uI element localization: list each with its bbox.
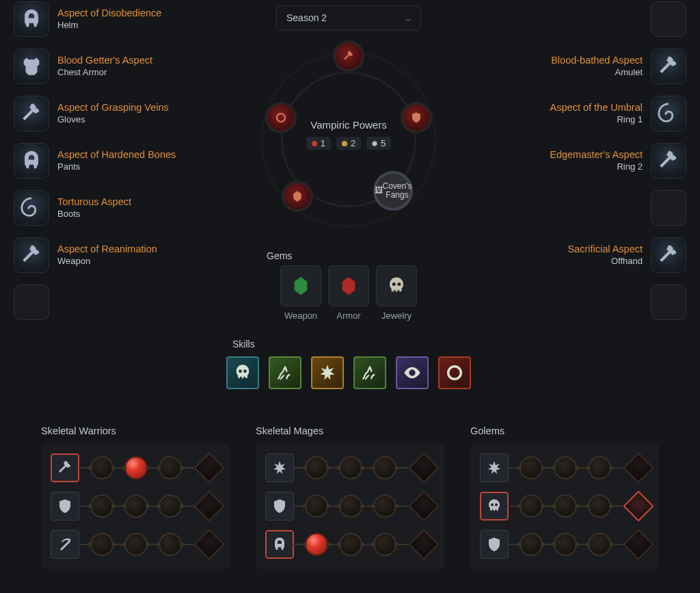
upgrade-orb[interactable] <box>124 456 148 479</box>
upgrade-orb[interactable] <box>305 495 328 518</box>
upgrade-orb[interactable] <box>90 533 113 556</box>
upgrade-orb[interactable] <box>90 495 113 518</box>
sacrifice-diamond[interactable] <box>408 452 439 483</box>
army-type-icon[interactable] <box>265 453 294 482</box>
sacrifice-diamond[interactable] <box>408 529 439 559</box>
upgrade-orb[interactable] <box>339 533 362 556</box>
vampiric-power-3[interactable] <box>401 102 432 133</box>
upgrade-orb[interactable] <box>124 533 148 556</box>
sacrifice-diamond[interactable] <box>408 490 439 521</box>
slot-name: Ring 1 <box>617 114 643 126</box>
slot-name: Gloves <box>57 114 169 126</box>
gear-slot-left-3[interactable]: Aspect of Hardened BonesPants <box>14 142 226 180</box>
army-title: Skeletal Warriors <box>41 425 230 436</box>
upgrade-orb[interactable] <box>373 456 396 479</box>
army-type-icon[interactable] <box>480 530 509 559</box>
gear-slot-left-4[interactable]: Torturous AspectBoots <box>14 189 226 227</box>
sacrifice-diamond[interactable] <box>193 452 224 483</box>
vampiric-stat: 1 <box>306 137 331 150</box>
sacrifice-diamond[interactable] <box>193 490 224 521</box>
upgrade-orb[interactable] <box>305 456 328 479</box>
army-title: Skeletal Mages <box>256 425 444 436</box>
vampiric-title: Vampiric Powers <box>226 119 472 131</box>
gear-slot-left-5[interactable]: Aspect of ReanimationWeapon <box>14 236 226 274</box>
chevron-down-icon: ⌵ <box>405 12 411 23</box>
gem-slot-weapon[interactable]: Weapon <box>280 265 321 321</box>
sacrifice-diamond[interactable] <box>623 529 654 559</box>
upgrade-orb[interactable] <box>339 495 362 518</box>
skills-section: Skills <box>226 339 472 389</box>
upgrade-orb[interactable] <box>373 495 396 518</box>
upgrade-orb[interactable] <box>588 533 611 556</box>
skills-title: Skills <box>232 339 472 350</box>
gem-slot-jewelry[interactable]: Jewelry <box>376 265 417 321</box>
army-type-icon[interactable] <box>265 530 294 559</box>
skill-slot-5[interactable] <box>438 356 471 389</box>
vampiric-power-4[interactable] <box>282 181 313 212</box>
gear-slot-right-2[interactable]: Aspect of the UmbralRing 1 <box>474 94 686 133</box>
skill-slot-3[interactable] <box>353 356 386 389</box>
upgrade-orb[interactable] <box>339 456 362 479</box>
gear-slot-right-4[interactable] <box>474 189 686 227</box>
army-row <box>265 490 435 523</box>
sacrifice-diamond[interactable] <box>623 452 654 483</box>
upgrade-orb[interactable] <box>554 495 577 518</box>
gear-left-column: Aspect of DisobedienceHelmBlood Getter's… <box>14 0 226 330</box>
sacrifice-diamond[interactable] <box>193 529 224 559</box>
gear-slot-right-0[interactable] <box>474 0 686 38</box>
army-type-icon[interactable] <box>480 492 509 520</box>
slot-name: Weapon <box>57 256 157 267</box>
upgrade-orb[interactable] <box>124 495 148 518</box>
gear-slot-left-2[interactable]: Aspect of Grasping VeinsGloves <box>14 94 226 133</box>
army-row <box>480 528 649 561</box>
gear-slot-right-3[interactable]: Edgemaster's AspectRing 2 <box>474 142 686 180</box>
vampiric-powers-wheel: Vampiric Powers 125 🖼Coven's Fangs <box>226 37 472 242</box>
upgrade-orb[interactable] <box>588 456 611 479</box>
upgrade-orb[interactable] <box>520 533 543 556</box>
army-row <box>51 528 220 561</box>
aspect-name: Aspect of Disobedience <box>57 7 161 19</box>
axe-icon <box>14 96 49 131</box>
army-panel <box>41 443 230 569</box>
skill-slot-0[interactable] <box>226 356 259 389</box>
gem-icon <box>328 265 369 306</box>
vampiric-power-1[interactable] <box>333 40 364 72</box>
upgrade-orb[interactable] <box>588 495 611 518</box>
skill-slot-1[interactable] <box>269 356 301 389</box>
sacrifice-diamond[interactable] <box>623 490 654 521</box>
army-row <box>265 451 435 484</box>
upgrade-orb[interactable] <box>554 456 577 479</box>
gear-slot-right-6[interactable] <box>474 283 686 321</box>
upgrade-orb[interactable] <box>90 456 113 479</box>
gear-slot-left-1[interactable]: Blood Getter's AspectChest Armor <box>14 47 226 85</box>
skill-slot-2[interactable] <box>311 356 344 389</box>
upgrade-orb[interactable] <box>159 495 182 518</box>
army-type-icon[interactable] <box>51 492 79 520</box>
army-type-icon[interactable] <box>480 453 509 482</box>
vampiric-power-5[interactable]: 🖼Coven's Fangs <box>373 171 413 211</box>
army-type-icon[interactable] <box>265 492 294 520</box>
gem-label: Armor <box>328 311 369 321</box>
gems-section: Gems WeaponArmorJewelry <box>226 250 472 321</box>
upgrade-orb[interactable] <box>159 533 182 556</box>
vampiric-power-2[interactable] <box>265 102 297 133</box>
skill-slot-4[interactable] <box>396 356 429 389</box>
gear-slot-left-0[interactable]: Aspect of DisobedienceHelm <box>14 0 226 38</box>
upgrade-orb[interactable] <box>520 495 543 518</box>
upgrade-orb[interactable] <box>159 456 182 479</box>
upgrade-orb[interactable] <box>520 456 543 479</box>
season-select[interactable]: Season 2 ⌵ <box>276 5 421 30</box>
upgrade-orb[interactable] <box>554 533 577 556</box>
upgrade-orb[interactable] <box>373 533 396 556</box>
chest-icon <box>14 49 49 84</box>
gear-slot-right-1[interactable]: Blood-bathed AspectAmulet <box>474 47 686 85</box>
gem-slot-armor[interactable]: Armor <box>328 265 369 321</box>
army-col-2: Golems <box>470 425 659 569</box>
gear-slot-right-5[interactable]: Sacrificial AspectOffhand <box>474 236 686 274</box>
army-type-icon[interactable] <box>51 453 79 482</box>
vampiric-stat: 5 <box>366 137 391 150</box>
gear-slot-left-6[interactable] <box>14 283 226 321</box>
upgrade-orb[interactable] <box>305 533 328 556</box>
gem-icon <box>376 265 417 306</box>
army-type-icon[interactable] <box>51 530 79 559</box>
